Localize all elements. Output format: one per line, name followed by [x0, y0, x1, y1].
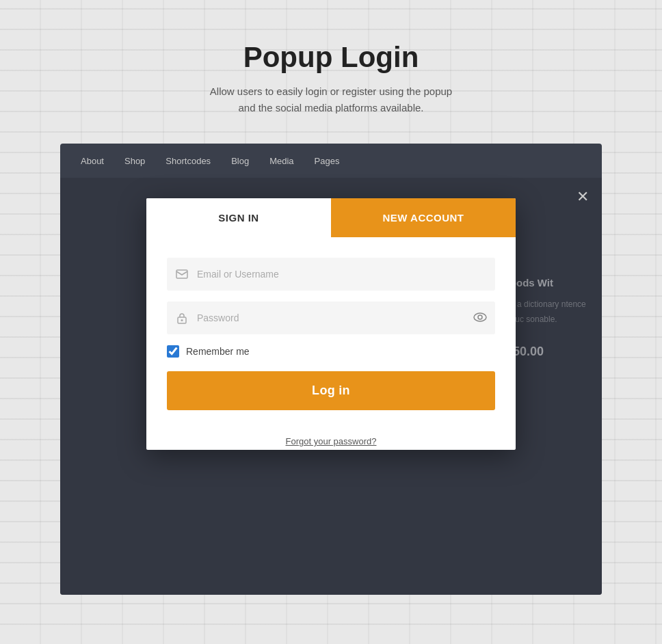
password-input-group: [167, 301, 495, 334]
bg-product-title: rpods Wit: [506, 273, 588, 292]
email-icon: [167, 268, 197, 280]
nav-item-shortcodes[interactable]: Shortcodes: [166, 156, 211, 166]
remember-me-row: Remember me: [167, 345, 495, 358]
nav-item-media[interactable]: Media: [269, 156, 293, 166]
email-field[interactable]: [197, 258, 495, 291]
svg-point-3: [474, 313, 486, 321]
login-modal: SIGN IN NEW ACCOUNT: [146, 198, 516, 450]
forgot-password-link[interactable]: Forgot your password?: [286, 436, 377, 446]
email-input-group: [167, 258, 495, 291]
eye-icon: [473, 311, 487, 325]
page-subtitle: Allow users to easily login or register …: [14, 83, 648, 116]
page-title: Popup Login: [14, 41, 648, 74]
forgot-password-container: Forgot your password?: [146, 424, 516, 450]
modal-body: Remember me Log in: [146, 237, 516, 424]
password-icon: [167, 312, 197, 324]
bg-price: £50.00: [506, 340, 588, 362]
close-icon: ✕: [577, 188, 589, 206]
tab-sign-in[interactable]: SIGN IN: [146, 198, 331, 237]
bg-product-info: rpods Wit es a dictionary ntence struc s…: [506, 273, 588, 363]
remember-me-checkbox[interactable]: [167, 345, 179, 358]
demo-nav: About Shop Shortcodes Blog Media Pages: [60, 144, 602, 178]
modal-tabs: SIGN IN NEW ACCOUNT: [146, 198, 516, 237]
demo-body: rpods Wit es a dictionary ntence struc s…: [60, 178, 602, 595]
tab-new-account[interactable]: NEW ACCOUNT: [331, 198, 516, 237]
nav-item-about[interactable]: About: [81, 156, 104, 166]
svg-point-2: [181, 319, 183, 321]
close-button[interactable]: ✕: [572, 186, 594, 208]
nav-item-pages[interactable]: Pages: [315, 156, 340, 166]
login-button[interactable]: Log in: [167, 371, 495, 410]
nav-item-blog[interactable]: Blog: [231, 156, 249, 166]
bg-description: es a dictionary ntence struc sonable.: [506, 297, 588, 327]
password-field[interactable]: [197, 301, 465, 334]
svg-rect-0: [176, 270, 187, 278]
demo-container: About Shop Shortcodes Blog Media Pages r…: [60, 144, 602, 595]
remember-me-label: Remember me: [186, 346, 250, 357]
svg-point-4: [478, 315, 482, 319]
nav-item-shop[interactable]: Shop: [124, 156, 145, 166]
toggle-password-button[interactable]: [465, 311, 495, 325]
page-header: Popup Login Allow users to easily login …: [0, 0, 662, 144]
